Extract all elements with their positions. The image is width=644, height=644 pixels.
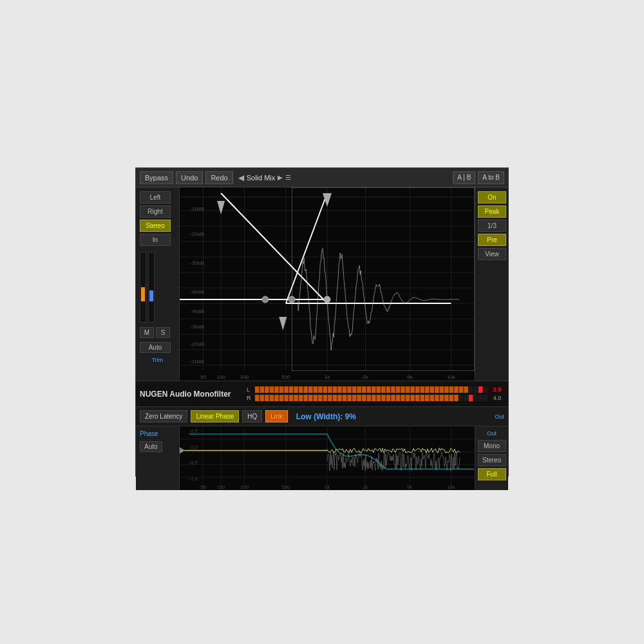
bottom-controls: Zero Latency Linear Phase HQ Link Low (W… (136, 406, 508, 426)
linear-phase-btn[interactable]: Linear Phase (191, 410, 239, 422)
fader-left[interactable] (140, 252, 146, 323)
redo-button[interactable]: Redo (205, 171, 232, 184)
ab-group: A | B A to B (453, 171, 504, 184)
phase-section: Phase Auto Out Mono Stereo Full (136, 426, 508, 490)
fader-area (140, 252, 175, 323)
on-button[interactable]: On (478, 191, 506, 204)
right-channel-btn[interactable]: Right (140, 205, 171, 218)
m-button[interactable]: M (140, 327, 154, 338)
vu-r-val: 4.0 (490, 395, 504, 401)
prev-preset-icon[interactable]: ◀ (238, 173, 244, 182)
fader-left-fill (141, 287, 145, 301)
vu-canvas-r (255, 395, 488, 401)
vu-section: NUGEN Audio Monofilter L 2.9 R 4.0 (136, 381, 508, 406)
phase-auto-btn[interactable]: Auto (140, 441, 162, 452)
vu-bar-r (255, 395, 488, 401)
fader-right[interactable] (148, 252, 155, 323)
zero-latency-btn[interactable]: Zero Latency (140, 410, 187, 422)
hq-btn[interactable]: HQ (242, 410, 262, 422)
vu-canvas-l (255, 386, 488, 393)
vu-row-r: R 4.0 (247, 395, 504, 401)
vu-l-peak: 2.9 (490, 386, 504, 393)
eq-display (180, 187, 475, 381)
left-channel-btn[interactable]: Left (140, 191, 171, 204)
preset-area: ◀ Solid Mix ▶ ☰ (238, 173, 451, 182)
view-button[interactable]: View (478, 248, 506, 260)
main-section: Left Right Stereo In M S Auto Trim (136, 187, 508, 381)
phase-out-label: Out (487, 430, 497, 437)
full-btn[interactable]: Full (478, 468, 506, 480)
phase-canvas[interactable] (180, 426, 475, 490)
phase-display (180, 426, 475, 490)
atob-button[interactable]: A to B (478, 171, 504, 184)
phase-right-controls: Out Mono Stereo Full (475, 426, 508, 490)
s-button[interactable]: S (156, 327, 170, 338)
vu-l-label: L (247, 386, 253, 393)
vu-r-label: R (247, 395, 253, 401)
preset-name: Solid Mix (247, 174, 276, 182)
list-preset-icon[interactable]: ☰ (285, 174, 291, 181)
trim-label: Trim (140, 357, 175, 363)
phase-label: Phase (140, 430, 158, 437)
toolbar: Bypass Undo Redo ◀ Solid Mix ▶ ☰ A | B A… (136, 168, 508, 187)
ms-row: M S (140, 327, 175, 338)
stereo-out-btn[interactable]: Stereo (478, 454, 506, 466)
width-label: Low (Width): 9% (296, 412, 492, 421)
undo-button[interactable]: Undo (176, 171, 203, 184)
third-button[interactable]: 1/3 (478, 220, 506, 232)
brand-label: NUGEN Audio Monofilter (140, 390, 243, 399)
eq-canvas[interactable] (180, 187, 475, 381)
ab-button[interactable]: A | B (453, 171, 475, 184)
peak-button[interactable]: Peak (478, 205, 506, 218)
vu-meters: L 2.9 R 4.0 (247, 386, 504, 401)
stereo-channel-btn[interactable]: Stereo (140, 220, 171, 232)
phase-left-controls: Phase Auto (136, 426, 180, 490)
auto-button[interactable]: Auto (140, 342, 171, 353)
play-preset-icon[interactable]: ▶ (278, 174, 283, 181)
fader-right-fill (149, 290, 153, 301)
link-btn[interactable]: Link (265, 410, 287, 422)
mono-btn[interactable]: Mono (478, 440, 506, 452)
vu-bar-l (255, 386, 488, 393)
left-controls: Left Right Stereo In M S Auto Trim (136, 187, 180, 381)
plugin-window: Bypass Undo Redo ◀ Solid Mix ▶ ☰ A | B A… (135, 167, 509, 477)
bypass-button[interactable]: Bypass (140, 171, 173, 184)
in-channel-btn[interactable]: In (140, 234, 171, 246)
pre-button[interactable]: Pre (478, 234, 506, 246)
vu-row-l: L 2.9 (247, 386, 504, 393)
out-label: Out (495, 413, 504, 420)
right-controls: On Peak 1/3 Pre View (475, 187, 508, 381)
